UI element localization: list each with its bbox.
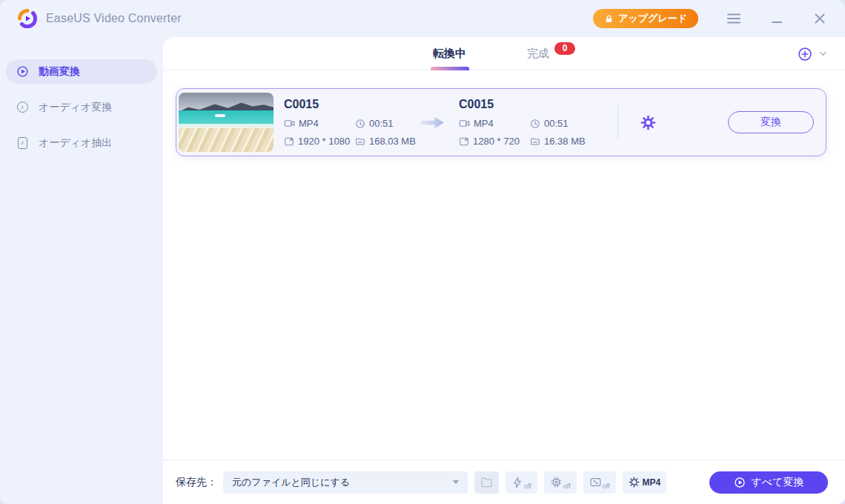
tab-converting-label: 転換中 (433, 47, 466, 61)
tab-finished-label: 完成 (527, 47, 549, 61)
chevron-down-icon (818, 48, 829, 59)
target-format: MP4 (459, 118, 530, 129)
convert-all-label: すべて変換 (752, 476, 804, 489)
target-duration: 00:51 (530, 118, 598, 129)
hamburger-icon (727, 13, 740, 24)
audio-extract-doc-icon: ♪ (16, 136, 29, 150)
task-list: C0015 MP4 00:51 1920 * 1080 (163, 70, 845, 156)
gpu-acceleration-toggle[interactable]: off (544, 471, 577, 494)
thumb-sand (179, 128, 274, 152)
save-destination-value: 元のファイルと同じにする (232, 476, 453, 489)
sidebar-item-label: オーディオ変換 (39, 101, 112, 114)
main-panel: 転換中 完成 0 (163, 37, 845, 504)
app-logo-icon (18, 9, 37, 28)
task-settings-button[interactable] (640, 115, 656, 130)
menu-button[interactable] (726, 11, 741, 26)
clock-icon (530, 119, 540, 129)
tab-converting[interactable]: 転換中 (433, 37, 466, 70)
play-circle-icon (734, 477, 746, 488)
target-info: C0015 MP4 00:51 1280 * 720 (459, 98, 598, 147)
add-file-area (798, 37, 829, 70)
target-resolution: 1280 * 720 (459, 136, 530, 147)
lock-icon (604, 14, 614, 24)
sidebar-item-audio-convert[interactable]: ♪ オーディオ変換 (6, 95, 157, 119)
add-file-dropdown-button[interactable] (818, 48, 829, 59)
task-card[interactable]: C0015 MP4 00:51 1920 * 1080 (176, 88, 826, 156)
output-format-label: MP4 (643, 477, 661, 488)
close-icon (814, 13, 826, 24)
tab-bar: 転換中 完成 0 (163, 37, 845, 70)
lightning-bolt-icon (511, 476, 523, 489)
app-window: EaseUS Video Converter アップグレード (0, 0, 845, 504)
target-file-name: C0015 (459, 98, 598, 111)
titlebar: EaseUS Video Converter アップグレード (0, 0, 845, 37)
close-button[interactable] (812, 11, 827, 26)
camera-icon (459, 118, 470, 129)
source-format: MP4 (284, 118, 355, 129)
finished-count-badge: 0 (554, 42, 575, 55)
convert-button[interactable]: 変換 (728, 111, 814, 133)
sidebar-item-label: オーディオ抽出 (39, 136, 112, 150)
clock-icon (355, 119, 365, 129)
auto-shutdown-toggle[interactable]: off (583, 471, 616, 494)
hardware-acceleration-toggle[interactable]: off (506, 471, 537, 494)
save-destination-label: 保存先： (176, 476, 217, 489)
upgrade-label: アップグレード (618, 12, 687, 25)
card-divider (617, 105, 618, 139)
target-size: 16.38 MB (530, 136, 598, 147)
convert-all-button[interactable]: すべて変換 (709, 471, 828, 494)
minimize-button[interactable] (769, 11, 784, 26)
video-thumbnail (179, 93, 274, 152)
output-format-button[interactable]: MP4 (623, 471, 667, 494)
video-play-circle-icon (16, 65, 29, 79)
gear-icon (640, 115, 656, 130)
conversion-arrow (416, 116, 448, 129)
chip-icon (550, 476, 563, 488)
resolution-icon (284, 136, 294, 147)
thumb-boat (215, 114, 225, 117)
save-destination-select[interactable]: 元のファイルと同じにする (223, 471, 468, 494)
minimize-icon (771, 13, 783, 24)
sidebar-item-label: 動画変換 (39, 65, 80, 79)
gear-icon (629, 477, 640, 488)
resolution-icon (459, 136, 469, 147)
footer-bar: 保存先： 元のファイルと同じにする off off off (163, 460, 845, 504)
audio-note-circle-icon: ♪ (16, 101, 29, 114)
active-tab-underline (431, 67, 469, 70)
add-file-button[interactable] (798, 47, 812, 62)
screen-arrows-icon (589, 476, 602, 488)
source-size: 168.03 MB (355, 136, 416, 147)
toggle-state-label: off (524, 483, 531, 490)
source-file-name: C0015 (284, 98, 416, 111)
plus-circle-icon (798, 47, 812, 62)
source-duration: 00:51 (355, 118, 416, 129)
toggle-state-label: off (603, 483, 610, 490)
upgrade-button[interactable]: アップグレード (593, 9, 698, 28)
source-info: C0015 MP4 00:51 1920 * 1080 (284, 98, 416, 147)
folder-icon (480, 476, 493, 488)
sidebar-item-audio-extract[interactable]: ♪ オーディオ抽出 (6, 130, 157, 155)
toggle-state-label: off (563, 483, 571, 490)
app-title: EaseUS Video Converter (46, 12, 182, 25)
tab-finished[interactable]: 完成 0 (527, 37, 575, 70)
sidebar: 動画変換 ♪ オーディオ変換 ♪ オーディオ抽出 (0, 37, 163, 504)
storage-icon (530, 136, 540, 147)
caret-down-icon (453, 480, 459, 484)
camera-icon (284, 118, 295, 129)
source-resolution: 1920 * 1080 (284, 136, 355, 147)
storage-icon (355, 136, 365, 147)
open-folder-button[interactable] (474, 471, 499, 494)
arrow-right-icon (420, 116, 445, 129)
sidebar-item-video-convert[interactable]: 動画変換 (6, 59, 157, 84)
